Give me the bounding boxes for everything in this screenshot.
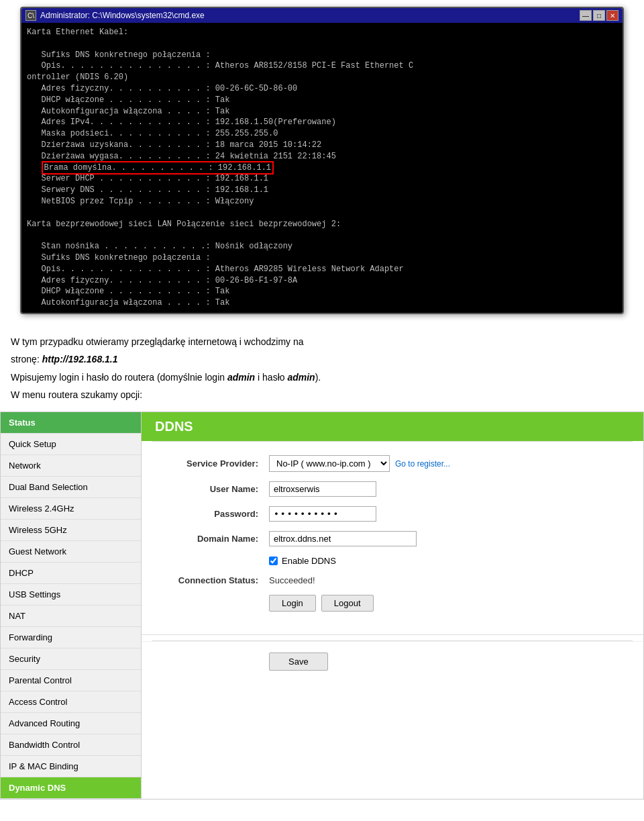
service-provider-label: Service Provider: bbox=[162, 458, 269, 469]
enable-ddns-control: Enable DDNS bbox=[269, 556, 336, 566]
sidebar-item-usb-settings[interactable]: USB Settings bbox=[1, 584, 141, 606]
cmd-line: Adres IPv4. . . . . . . . . . . . : 192.… bbox=[27, 117, 617, 128]
ddns-header: DDNS bbox=[142, 412, 643, 441]
connection-status-label: Connection Status: bbox=[162, 575, 269, 585]
login-button[interactable]: Login bbox=[269, 595, 316, 612]
password-control bbox=[269, 506, 376, 522]
prose-line3: Wpisujemy login i hasło do routera (domy… bbox=[11, 370, 633, 385]
username-label: User Name: bbox=[162, 484, 269, 494]
cmd-line: Opis. . . . . . . . . . . . . . . : Athe… bbox=[27, 264, 617, 275]
cmd-minimize-button[interactable]: — bbox=[580, 10, 592, 21]
sidebar-item-ip-mac-binding[interactable]: IP & MAC Binding bbox=[1, 756, 141, 777]
cmd-restore-button[interactable]: □ bbox=[593, 10, 605, 21]
cmd-title: Administrator: C:\Windows\system32\cmd.e… bbox=[40, 11, 205, 20]
cmd-line: Serwery DNS . . . . . . . . . . . : 192.… bbox=[27, 185, 617, 196]
username-input[interactable] bbox=[269, 481, 376, 497]
password-input[interactable] bbox=[269, 506, 376, 522]
login-logout-control: Login Logout bbox=[269, 595, 374, 612]
save-area: Save bbox=[142, 641, 643, 681]
cmd-line: Serwer DHCP . . . . . . . . . . . : 192.… bbox=[27, 173, 617, 185]
save-button[interactable]: Save bbox=[269, 653, 328, 671]
enable-ddns-row: Enable DDNS bbox=[162, 556, 623, 566]
password-label: Password: bbox=[162, 509, 269, 519]
cmd-highlighted-line: Brama domyślna. . . . . . . . . . : 192.… bbox=[27, 162, 617, 174]
cmd-line: Opis. . . . . . . . . . . . . . . : Athe… bbox=[27, 60, 617, 72]
sidebar-item-advanced-routing[interactable]: Advanced Routing bbox=[1, 713, 141, 734]
username-control bbox=[269, 481, 376, 497]
cmd-line: Karta bezprzewodowej sieci LAN Połączeni… bbox=[27, 219, 617, 230]
cmd-body: Karta Ethernet Kabel: Sufiks DNS konkret… bbox=[21, 23, 623, 313]
enable-ddns-label: Enable DDNS bbox=[282, 556, 336, 566]
sidebar-item-quick-setup[interactable]: Quick Setup bbox=[1, 434, 141, 455]
cmd-icon: C\ bbox=[25, 10, 36, 21]
cmd-line bbox=[27, 230, 617, 241]
password-row: Password: bbox=[162, 506, 623, 522]
sidebar-item-guest-network[interactable]: Guest Network bbox=[1, 541, 141, 563]
prose-admin2: admin bbox=[287, 372, 315, 383]
cmd-line bbox=[27, 207, 617, 219]
sidebar-item-security[interactable]: Security bbox=[1, 648, 141, 670]
username-row: User Name: bbox=[162, 481, 623, 497]
prose-section: W tym przypadku otwieramy przeglądarkę i… bbox=[0, 325, 644, 412]
cmd-close-button[interactable]: ✕ bbox=[606, 10, 619, 21]
cmd-line: NetBIOS przez Tcpip . . . . . . . : Włąc… bbox=[27, 196, 617, 207]
sidebar-item-parental-control[interactable]: Parental Control bbox=[1, 670, 141, 691]
sidebar-item-dhcp[interactable]: DHCP bbox=[1, 563, 141, 584]
cmd-titlebar-controls[interactable]: — □ ✕ bbox=[580, 10, 619, 21]
sidebar-item-access-control[interactable]: Access Control bbox=[1, 691, 141, 713]
prose-line1: W tym przypadku otwieramy przeglądarkę i… bbox=[11, 334, 633, 349]
sidebar-item-forwarding[interactable]: Forwarding bbox=[1, 627, 141, 648]
prose-line2: stronę: http://192.168.1.1 bbox=[11, 352, 633, 367]
cmd-line: Adres fizyczny. . . . . . . . . . : 00-2… bbox=[27, 83, 617, 95]
sidebar-item-network[interactable]: Network bbox=[1, 455, 141, 477]
login-logout-row: Login Logout bbox=[162, 595, 623, 612]
cmd-line: Dzierżawa uzyskana. . . . . . . . : 18 m… bbox=[27, 140, 617, 151]
router-ui: Status Quick Setup Network Dual Band Sel… bbox=[0, 412, 644, 800]
go-register-link[interactable]: Go to register... bbox=[395, 459, 450, 469]
cmd-line: Karta Ethernet Kabel: bbox=[27, 27, 617, 38]
cmd-line: DHCP włączone . . . . . . . . . . : Tak bbox=[27, 286, 617, 297]
service-provider-control: No-IP ( www.no-ip.com ) DynDNS Oray Go t… bbox=[269, 455, 450, 472]
connection-status-row: Connection Status: Succeeded! bbox=[162, 575, 623, 585]
main-content: DDNS Service Provider: No-IP ( www.no-ip… bbox=[142, 412, 643, 799]
enable-ddns-checkbox[interactable] bbox=[269, 557, 278, 565]
service-provider-select[interactable]: No-IP ( www.no-ip.com ) DynDNS Oray bbox=[269, 455, 390, 472]
ddns-form: Service Provider: No-IP ( www.no-ip.com … bbox=[142, 442, 643, 635]
sidebar-item-bandwidth-control[interactable]: Bandwidth Control bbox=[1, 734, 141, 756]
connection-status-control: Succeeded! bbox=[269, 575, 315, 585]
domain-control bbox=[269, 531, 417, 546]
logout-button[interactable]: Logout bbox=[321, 595, 374, 612]
sidebar-item-status[interactable]: Status bbox=[1, 412, 141, 434]
prose-url: http://192.168.1.1 bbox=[42, 354, 118, 365]
domain-label: Domain Name: bbox=[162, 534, 269, 544]
cmd-line: ontroller (NDIS 6.20) bbox=[27, 72, 617, 83]
sidebar-item-nat[interactable]: NAT bbox=[1, 606, 141, 627]
sidebar: Status Quick Setup Network Dual Band Sel… bbox=[1, 412, 142, 799]
cmd-window: C\ Administrator: C:\Windows\system32\cm… bbox=[20, 7, 624, 314]
cmd-titlebar: C\ Administrator: C:\Windows\system32\cm… bbox=[21, 8, 623, 23]
sidebar-item-wireless-5[interactable]: Wireless 5GHz bbox=[1, 520, 141, 541]
cmd-line: DHCP włączone . . . . . . . . . . : Tak bbox=[27, 95, 617, 106]
service-provider-row: Service Provider: No-IP ( www.no-ip.com … bbox=[162, 455, 623, 472]
cmd-line: Sufiks DNS konkretnego połączenia : bbox=[27, 252, 617, 264]
cmd-line: Autokonfiguracja włączona . . . . : Tak bbox=[27, 106, 617, 117]
connection-status-value: Succeeded! bbox=[269, 575, 315, 585]
cmd-line: Adres fizyczny. . . . . . . . . . : 00-2… bbox=[27, 275, 617, 287]
prose-admin1: admin bbox=[227, 372, 255, 383]
cmd-line: Maska podsieci. . . . . . . . . . : 255.… bbox=[27, 128, 617, 140]
cmd-line: Sufiks DNS konkretnego połączenia : bbox=[27, 50, 617, 61]
cmd-line bbox=[27, 38, 617, 50]
sidebar-item-dual-band[interactable]: Dual Band Selection bbox=[1, 477, 141, 498]
cmd-line: Stan nośnika . . . . . . . . . . .: Nośn… bbox=[27, 241, 617, 252]
cmd-titlebar-left: C\ Administrator: C:\Windows\system32\cm… bbox=[25, 10, 205, 21]
sidebar-item-dynamic-dns[interactable]: Dynamic DNS bbox=[1, 777, 141, 799]
domain-row: Domain Name: bbox=[162, 531, 623, 546]
sidebar-item-wireless-24[interactable]: Wireless 2.4GHz bbox=[1, 498, 141, 520]
domain-input[interactable] bbox=[269, 531, 417, 546]
cmd-line: Autokonfiguracja włączona . . . . : Tak bbox=[27, 297, 617, 309]
prose-line4: W menu routera szukamy opcji: bbox=[11, 387, 633, 402]
